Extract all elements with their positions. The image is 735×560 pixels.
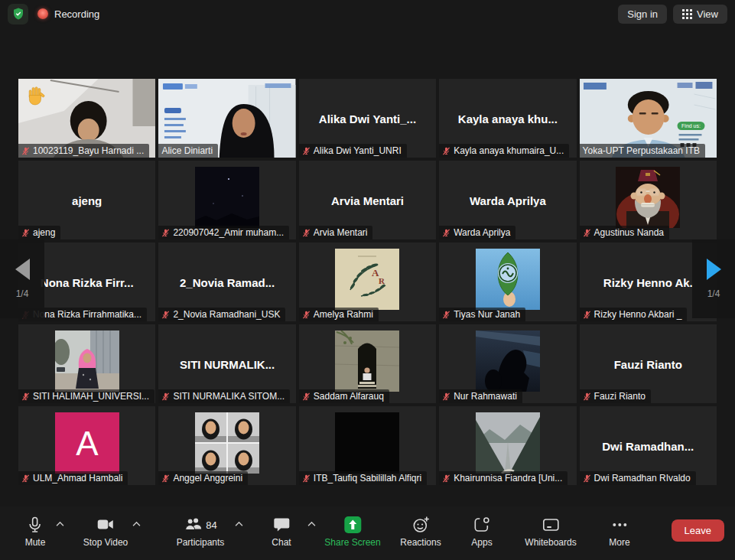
recording-dot-icon bbox=[37, 8, 48, 19]
muted-mic-icon bbox=[21, 147, 30, 155]
participant-name: Kayla anaya khumaira_U... bbox=[454, 145, 564, 156]
participant-label: Khairunnisa Fiandra [Uni... bbox=[439, 471, 568, 485]
stop-video-button[interactable]: Stop Video bbox=[83, 516, 128, 548]
participants-count: 84 bbox=[206, 519, 216, 531]
whiteboards-label: Whiteboards bbox=[525, 537, 576, 548]
participants-button[interactable]: 84 Participants bbox=[177, 516, 225, 548]
sign-in-button[interactable]: Sign in bbox=[618, 5, 667, 24]
participant-tile[interactable]: Fauzi Rianto Fauzi Rianto bbox=[580, 324, 717, 403]
participant-label: Agustinus Nanda bbox=[580, 226, 669, 239]
participant-avatar bbox=[195, 412, 259, 474]
participant-tile[interactable]: A ULM_Ahmad Hambali bbox=[18, 406, 155, 485]
mute-options-chevron[interactable] bbox=[55, 521, 65, 527]
participant-name-center: Warda Aprilya bbox=[439, 194, 576, 207]
chat-options-chevron[interactable] bbox=[307, 521, 317, 527]
participants-label: Participants bbox=[177, 537, 225, 548]
participant-label: Yoka-UPT Perpustakaan ITB bbox=[580, 144, 705, 158]
recording-label: Recording bbox=[54, 8, 99, 20]
participant-tile[interactable]: 220907042_Amir muham... bbox=[158, 161, 295, 239]
participant-tile[interactable]: Saddam Alfarauq bbox=[299, 324, 436, 403]
view-button[interactable]: View bbox=[673, 5, 727, 24]
participant-tile[interactable]: Dwi Ramadhan... Dwi Ramadhan RIvaldo bbox=[580, 406, 717, 485]
muted-mic-icon bbox=[583, 229, 591, 237]
participant-name: Alika Dwi Yanti_UNRI bbox=[314, 145, 402, 156]
muted-mic-icon bbox=[302, 229, 311, 237]
participant-tile[interactable]: SITI HALIMAH_UNIVERSI... bbox=[18, 324, 155, 403]
participant-name: Agustinus Nanda bbox=[594, 227, 664, 238]
page-indicator: 1/4 bbox=[16, 288, 29, 299]
participant-tile[interactable]: A R Amelya Rahmi bbox=[299, 243, 436, 321]
previous-page-button[interactable]: 1/4 bbox=[0, 239, 44, 318]
video-options-chevron[interactable] bbox=[132, 521, 141, 527]
chat-label: Chat bbox=[272, 537, 291, 548]
participant-name: Arvia Mentari bbox=[314, 227, 368, 238]
video-camera-icon bbox=[96, 516, 115, 534]
next-page-button[interactable]: 1/4 bbox=[692, 239, 735, 318]
participant-tile[interactable]: Arvia Mentari Arvia Mentari bbox=[299, 161, 436, 239]
chat-button[interactable]: Chat bbox=[272, 516, 291, 548]
participant-name-center: 2_Novia Ramad... bbox=[158, 275, 295, 288]
mute-label: Mute bbox=[25, 537, 46, 548]
participant-label: Rizky Henno Akbari _ bbox=[580, 308, 688, 321]
participant-tile[interactable]: Tiyas Nur Janah bbox=[439, 243, 576, 321]
participant-name: Yoka-UPT Perpustakaan ITB bbox=[583, 145, 700, 156]
participant-name: Dwi Ramadhan RIvaldo bbox=[594, 473, 691, 483]
security-shield-button[interactable] bbox=[8, 4, 28, 24]
reactions-button[interactable]: Reactions bbox=[400, 516, 441, 548]
participant-tile[interactable]: Alika Dwi Yanti_... Alika Dwi Yanti_UNRI bbox=[299, 79, 436, 158]
participant-tile[interactable]: Anggel Anggreini bbox=[158, 406, 295, 485]
chevron-right-icon bbox=[707, 259, 721, 280]
muted-mic-icon bbox=[442, 147, 450, 155]
participant-label: Saddam Alfarauq bbox=[299, 389, 389, 403]
participant-label: SITI HALIMAH_UNIVERSI... bbox=[18, 389, 154, 403]
participant-tile-active-speaker[interactable]: Find us: Yoka-UPT Perpustakaan ITB bbox=[580, 79, 717, 158]
mute-button[interactable]: Mute bbox=[25, 516, 46, 548]
participant-tile[interactable]: 10023119_Bayu Harnadi ... bbox=[18, 79, 155, 158]
share-screen-button[interactable]: Share Screen bbox=[324, 516, 380, 548]
participant-name: Nur Rahmawati bbox=[454, 391, 517, 402]
reactions-smiley-icon bbox=[411, 516, 430, 534]
page-indicator: 1/4 bbox=[707, 288, 720, 299]
muted-mic-icon bbox=[302, 311, 311, 319]
participant-tile[interactable]: ITB_Taufiq Sabilillah Alfiqri bbox=[299, 406, 436, 485]
participant-name: Fauzi Rianto bbox=[594, 391, 646, 402]
participant-tile[interactable]: Warda Aprilya Warda Aprilya bbox=[439, 161, 576, 239]
share-screen-label: Share Screen bbox=[324, 537, 380, 548]
apps-button[interactable]: Apps bbox=[471, 516, 492, 548]
leave-button[interactable]: Leave bbox=[672, 519, 724, 542]
participant-name: ITB_Taufiq Sabilillah Alfiqri bbox=[314, 473, 421, 483]
participant-tile[interactable]: 2_Novia Ramad... 2_Novia Ramadhani_USK bbox=[158, 243, 295, 321]
participant-name: Saddam Alfarauq bbox=[314, 391, 384, 402]
participant-avatar bbox=[476, 412, 540, 474]
participant-label: Warda Aprilya bbox=[439, 226, 515, 239]
participant-label: ajeng bbox=[18, 226, 60, 239]
muted-mic-icon bbox=[583, 392, 591, 401]
participant-name: 220907042_Amir muham... bbox=[173, 227, 284, 238]
muted-mic-icon bbox=[21, 474, 30, 483]
participant-tile[interactable]: SITI NURMALIK... SITI NURMALIKA SITOM... bbox=[158, 324, 295, 403]
muted-mic-icon bbox=[442, 229, 450, 237]
muted-mic-icon bbox=[302, 392, 311, 401]
participant-tile[interactable]: Kayla anaya khu... Kayla anaya khumaira_… bbox=[439, 79, 576, 158]
participant-tile[interactable]: Khairunnisa Fiandra [Uni... bbox=[439, 406, 576, 485]
participant-tile[interactable]: Agustinus Nanda bbox=[580, 161, 717, 239]
muted-mic-icon bbox=[442, 311, 450, 319]
recording-indicator: Recording bbox=[37, 8, 99, 20]
participants-options-chevron[interactable] bbox=[234, 521, 244, 527]
chat-bubble-icon bbox=[272, 516, 291, 534]
participant-tile[interactable]: Alice Diniarti bbox=[158, 79, 295, 158]
more-button[interactable]: More bbox=[609, 516, 629, 548]
whiteboards-button[interactable]: Whiteboards bbox=[525, 516, 576, 548]
participant-name-center: Arvia Mentari bbox=[299, 194, 436, 207]
participant-label: Alika Dwi Yanti_UNRI bbox=[299, 144, 407, 158]
participant-label: SITI NURMALIKA SITOM... bbox=[158, 389, 290, 403]
shield-check-icon bbox=[11, 7, 25, 21]
participant-tile[interactable]: Nur Rahmawati bbox=[439, 324, 576, 403]
muted-mic-icon bbox=[21, 229, 30, 237]
monogram-letter-r: R bbox=[379, 276, 385, 285]
participant-label: Fauzi Rianto bbox=[580, 389, 651, 403]
background-text: Find us: bbox=[681, 123, 701, 129]
participant-name: 2_Novia Ramadhani_USK bbox=[173, 309, 280, 320]
participant-grid: 10023119_Bayu Harnadi ... bbox=[18, 79, 717, 485]
participant-tile[interactable]: ajeng ajeng bbox=[18, 161, 155, 239]
